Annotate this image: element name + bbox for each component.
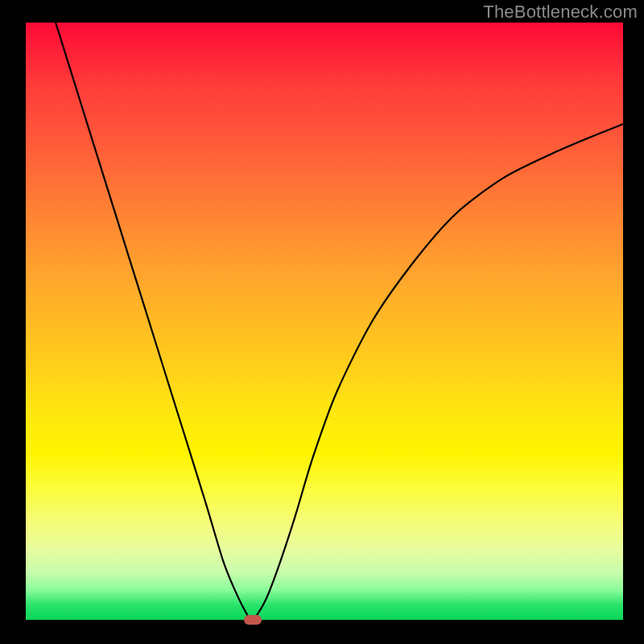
optimum-marker [244, 615, 262, 625]
watermark-text: TheBottleneck.com [483, 2, 638, 23]
bottleneck-curve [26, 23, 623, 620]
chart-plot-area [26, 23, 623, 620]
curve-path [56, 23, 623, 620]
